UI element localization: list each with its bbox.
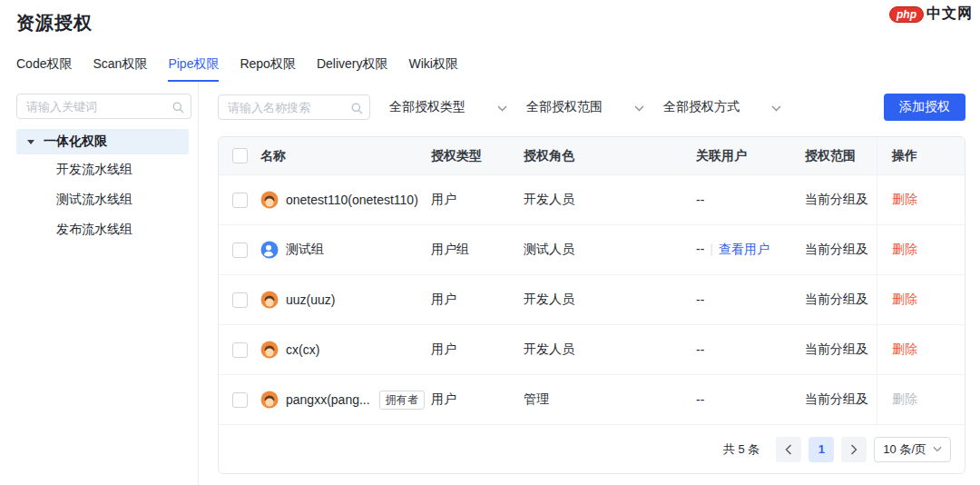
tree-node-test-group[interactable]: 测试流水线组 bbox=[0, 184, 198, 214]
page-size-value: 10 条/页 bbox=[883, 441, 926, 458]
caret-down-icon[interactable] bbox=[27, 140, 34, 144]
tab-code[interactable]: Code权限 bbox=[16, 56, 72, 82]
row-checkbox[interactable] bbox=[232, 292, 248, 308]
tree-root-label: 一体化权限 bbox=[44, 134, 107, 150]
row-auth-type: 用户 bbox=[431, 391, 524, 408]
auth-scope-filter[interactable]: 全部授权范围 bbox=[526, 99, 644, 115]
row-name: pangxx(pang... bbox=[286, 392, 370, 407]
row-auth-role: 测试人员 bbox=[524, 242, 696, 258]
page-title: 资源授权 bbox=[16, 11, 93, 35]
delete-link[interactable]: 删除 bbox=[892, 292, 917, 308]
tab-scan[interactable]: Scan权限 bbox=[93, 56, 147, 82]
keyword-search-input[interactable] bbox=[16, 94, 191, 119]
row-related-users: -- bbox=[696, 392, 805, 407]
view-users-link[interactable]: 查看用户 bbox=[719, 242, 769, 256]
add-authorization-button[interactable]: 添加授权 bbox=[884, 94, 965, 121]
table-row: 测试组 用户组 测试人员 --|查看用户 当前分组及 删除 bbox=[219, 225, 965, 275]
search-icon bbox=[172, 101, 184, 117]
row-auth-type: 用户组 bbox=[431, 242, 524, 258]
next-page-button[interactable] bbox=[841, 437, 867, 462]
row-related-users: -- bbox=[696, 242, 704, 256]
row-related-users: -- bbox=[696, 193, 805, 207]
chevron-down-icon bbox=[933, 446, 942, 452]
search-icon bbox=[351, 102, 363, 118]
row-related-users: -- bbox=[696, 342, 805, 357]
tree-node-dev-group[interactable]: 开发流水线组 bbox=[0, 154, 198, 184]
chevron-right-icon bbox=[850, 444, 858, 455]
auth-scope-filter-label: 全部授权范围 bbox=[526, 99, 603, 115]
sidebar-search bbox=[16, 94, 191, 119]
tab-repo[interactable]: Repo权限 bbox=[240, 56, 295, 82]
table-row: onetest110(onetest110) 用户 开发人员 -- 当前分组及 … bbox=[219, 175, 965, 225]
delete-link[interactable]: 删除 bbox=[892, 192, 917, 208]
toolbar: 全部授权类型 全部授权范围 全部授权方式 添加授权 bbox=[218, 94, 965, 121]
chevron-down-icon bbox=[634, 100, 644, 114]
owner-badge: 拥有者 bbox=[379, 391, 425, 410]
user-avatar bbox=[260, 191, 279, 209]
name-search-input[interactable] bbox=[218, 94, 370, 120]
chevron-down-icon bbox=[497, 100, 507, 114]
php-logo-text: 中文网 bbox=[926, 5, 973, 24]
user-avatar bbox=[260, 391, 279, 409]
user-avatar bbox=[260, 291, 279, 309]
page-1-button[interactable]: 1 bbox=[808, 437, 834, 462]
php-cn-logo: php 中文网 bbox=[889, 5, 973, 24]
column-header-auth-scope: 授权范围 bbox=[805, 148, 877, 164]
table-row: uuz(uuz) 用户 开发人员 -- 当前分组及 删除 bbox=[219, 275, 965, 325]
table-search bbox=[218, 94, 370, 120]
column-header-related-users: 关联用户 bbox=[696, 148, 805, 164]
row-name: cx(cx) bbox=[286, 342, 319, 357]
column-header-auth-type: 授权类型 bbox=[431, 148, 524, 164]
page-size-select[interactable]: 10 条/页 bbox=[874, 437, 951, 462]
row-name: uuz(uuz) bbox=[286, 292, 335, 307]
tab-delivery[interactable]: Delivery权限 bbox=[317, 56, 388, 82]
authorization-table: 名称 授权类型 授权角色 关联用户 授权范围 操作 onetest110(one… bbox=[218, 136, 965, 474]
prev-page-button[interactable] bbox=[776, 437, 801, 462]
tree-node-release-group[interactable]: 发布流水线组 bbox=[0, 214, 198, 244]
tab-wiki[interactable]: Wiki权限 bbox=[408, 56, 457, 82]
divider: | bbox=[710, 242, 713, 256]
main-panel: 全部授权类型 全部授权范围 全部授权方式 添加授权 名称 授权类型 授权角色 关… bbox=[218, 82, 965, 474]
row-auth-role: 管理 bbox=[524, 391, 696, 408]
total-count: 共 5 条 bbox=[723, 441, 760, 458]
auth-type-filter-label: 全部授权类型 bbox=[389, 99, 466, 115]
select-all-checkbox[interactable] bbox=[232, 148, 248, 163]
tree-node-root[interactable]: 一体化权限 bbox=[16, 129, 189, 154]
row-auth-scope: 当前分组及 bbox=[805, 391, 877, 408]
auth-method-filter[interactable]: 全部授权方式 bbox=[663, 99, 781, 115]
row-auth-role: 开发人员 bbox=[524, 292, 696, 308]
chevron-down-icon bbox=[771, 100, 781, 114]
row-checkbox[interactable] bbox=[232, 392, 248, 408]
column-header-auth-role: 授权角色 bbox=[524, 148, 696, 164]
delete-link-disabled: 删除 bbox=[892, 391, 917, 408]
resource-auth-page: 资源授权 php 中文网 Code权限 Scan权限 Pipe权限 Repo权限… bbox=[0, 0, 980, 485]
column-header-name: 名称 bbox=[260, 148, 431, 164]
group-tree-sidebar: 一体化权限 开发流水线组 测试流水线组 发布流水线组 bbox=[0, 82, 199, 485]
row-checkbox[interactable] bbox=[232, 342, 248, 358]
row-related-users: -- bbox=[696, 292, 805, 307]
table-row: cx(cx) 用户 开发人员 -- 当前分组及 删除 bbox=[219, 325, 965, 375]
row-checkbox[interactable] bbox=[232, 242, 248, 258]
row-auth-scope: 当前分组及 bbox=[805, 242, 877, 258]
row-auth-role: 开发人员 bbox=[524, 192, 696, 208]
group-avatar bbox=[260, 241, 279, 259]
row-checkbox[interactable] bbox=[232, 193, 248, 208]
user-avatar bbox=[260, 341, 279, 359]
row-auth-role: 开发人员 bbox=[524, 341, 696, 358]
php-logo-badge: php bbox=[889, 6, 924, 23]
table-header-row: 名称 授权类型 授权角色 关联用户 授权范围 操作 bbox=[219, 137, 965, 175]
delete-link[interactable]: 删除 bbox=[892, 341, 917, 358]
pagination: 共 5 条 1 10 条/页 bbox=[219, 425, 965, 473]
tab-pipe[interactable]: Pipe权限 bbox=[168, 56, 219, 82]
chevron-left-icon bbox=[785, 444, 792, 455]
row-auth-scope: 当前分组及 bbox=[805, 292, 877, 308]
auth-type-filter[interactable]: 全部授权类型 bbox=[389, 99, 507, 115]
row-auth-type: 用户 bbox=[431, 192, 524, 208]
row-name: onetest110(onetest110) bbox=[286, 193, 418, 207]
row-name: 测试组 bbox=[286, 242, 324, 258]
column-header-actions: 操作 bbox=[877, 137, 965, 174]
row-auth-type: 用户 bbox=[431, 341, 524, 358]
row-auth-type: 用户 bbox=[431, 292, 524, 308]
delete-link[interactable]: 删除 bbox=[892, 242, 917, 258]
auth-method-filter-label: 全部授权方式 bbox=[663, 99, 740, 115]
